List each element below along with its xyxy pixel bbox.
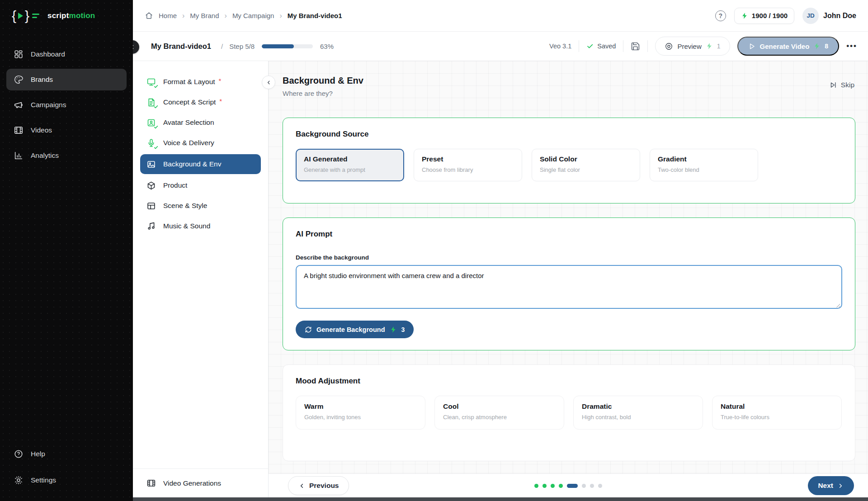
step-item-voice-delivery[interactable]: Voice & Delivery bbox=[140, 134, 261, 152]
background-prompt-input[interactable]: A bright studio environment with camera … bbox=[296, 265, 842, 309]
breadcrumb-my-brand[interactable]: My Brand bbox=[190, 12, 219, 19]
collapse-steps-button[interactable] bbox=[262, 76, 275, 89]
generate-video-label: Generate Video bbox=[760, 43, 810, 50]
option-label: Cool bbox=[443, 402, 556, 411]
check-icon bbox=[154, 145, 158, 150]
breadcrumb: Home › My Brand › My Campaign › My Brand… bbox=[145, 11, 342, 20]
script-lines-icon bbox=[32, 14, 39, 18]
step-dot-current[interactable] bbox=[567, 484, 578, 488]
chevron-right-icon: › bbox=[225, 12, 227, 20]
breadcrumb-home[interactable]: Home bbox=[159, 12, 177, 19]
logo-brace-left: { bbox=[12, 9, 16, 23]
more-options-button[interactable]: ••• bbox=[846, 42, 857, 51]
chevron-right-icon bbox=[837, 482, 844, 489]
check-icon bbox=[586, 43, 594, 50]
previous-label: Previous bbox=[309, 482, 339, 490]
background-source-options: AI Generated Generate with a prompt Pres… bbox=[296, 149, 842, 181]
step-item-scene-style[interactable]: Scene & Style bbox=[140, 197, 261, 215]
sidebar-item-brands[interactable]: Brands bbox=[6, 69, 127, 90]
check-icon bbox=[154, 84, 158, 89]
play-icon bbox=[18, 13, 23, 19]
option-description: True-to-life colours bbox=[721, 414, 833, 421]
breadcrumb-my-campaign[interactable]: My Campaign bbox=[232, 12, 274, 19]
step-item-avatar-selection[interactable]: Avatar Selection bbox=[140, 113, 261, 132]
help-icon[interactable]: ? bbox=[715, 10, 726, 21]
option-cool[interactable]: Cool Clean, crisp atmosphere bbox=[434, 396, 564, 430]
step-label: Scene & Style bbox=[163, 202, 207, 210]
sidebar-item-label: Analytics bbox=[31, 151, 59, 160]
video-generations-link[interactable]: Video Generations bbox=[133, 468, 268, 497]
generate-background-button[interactable]: Generate Background 3 bbox=[296, 321, 414, 338]
generate-video-button[interactable]: Generate Video 8 bbox=[737, 37, 840, 56]
step-dot[interactable] bbox=[551, 484, 555, 488]
skip-button[interactable]: Skip bbox=[829, 81, 854, 89]
step-item-music-sound[interactable]: Music & Sound bbox=[140, 217, 261, 235]
option-label: Gradient bbox=[658, 155, 750, 163]
avatar: JD bbox=[802, 8, 819, 24]
page-title: Background & Env bbox=[283, 76, 363, 86]
user-menu[interactable]: JD John Doe bbox=[802, 8, 856, 24]
option-natural[interactable]: Natural True-to-life colours bbox=[712, 396, 842, 430]
document-icon bbox=[146, 98, 156, 107]
preview-button[interactable]: Preview 1 bbox=[655, 37, 730, 56]
page-title-block: Background & Env Where are they? bbox=[283, 76, 363, 97]
brand-logo[interactable]: { } scriptmotion bbox=[6, 0, 127, 32]
step-item-product[interactable]: Product bbox=[140, 176, 261, 194]
lightning-icon bbox=[706, 43, 713, 50]
sidebar-nav: Dashboard Brands Campaigns Videos bbox=[6, 43, 127, 166]
generate-video-cost: 8 bbox=[825, 43, 828, 50]
model-label: Veo 3.1 bbox=[549, 43, 571, 50]
sidebar-item-analytics[interactable]: Analytics bbox=[6, 145, 127, 166]
sidebar-item-campaigns[interactable]: Campaigns bbox=[6, 94, 127, 116]
option-warm[interactable]: Warm Golden, inviting tones bbox=[296, 396, 425, 430]
progress-fill bbox=[262, 44, 294, 48]
sidebar-item-videos[interactable]: Videos bbox=[6, 119, 127, 141]
step-dot[interactable] bbox=[582, 484, 586, 488]
play-icon bbox=[748, 43, 756, 50]
film-icon bbox=[146, 478, 156, 488]
sidebar-footer-nav: Help Settings bbox=[6, 443, 127, 491]
credits-badge[interactable]: 1900 / 1900 bbox=[734, 8, 794, 24]
skip-forward-icon bbox=[829, 81, 837, 89]
sidebar-item-settings[interactable]: Settings bbox=[6, 469, 127, 491]
sidebar-item-dashboard[interactable]: Dashboard bbox=[6, 43, 127, 65]
step-item-concept-script[interactable]: Concept & Script * bbox=[140, 93, 261, 111]
option-description: Single flat color bbox=[540, 166, 632, 173]
credits-value: 1900 / 1900 bbox=[752, 12, 788, 19]
step-label: Voice & Delivery bbox=[163, 139, 214, 147]
step-dot[interactable] bbox=[534, 484, 538, 488]
option-gradient[interactable]: Gradient Two-color blend bbox=[650, 149, 758, 181]
next-button[interactable]: Next bbox=[808, 476, 854, 495]
video-toolbar: My Brand-video1 / Step 5/8 63% Veo 3.1 S… bbox=[133, 32, 868, 61]
toolbar-actions: Veo 3.1 Saved Preview 1 bbox=[549, 37, 857, 56]
gear-icon bbox=[14, 475, 24, 485]
sidebar-item-help[interactable]: Help bbox=[6, 443, 127, 465]
step-item-format-layout[interactable]: Format & Layout * bbox=[140, 73, 261, 91]
option-description: Choose from library bbox=[422, 166, 514, 173]
save-icon[interactable] bbox=[631, 42, 640, 51]
step-dot[interactable] bbox=[590, 484, 594, 488]
sidebar-item-label: Settings bbox=[31, 476, 56, 484]
skip-label: Skip bbox=[841, 81, 854, 89]
step-item-background-env[interactable]: Background & Env bbox=[140, 154, 261, 174]
music-note-icon bbox=[146, 222, 156, 231]
progress-bar bbox=[262, 44, 313, 48]
option-solid-color[interactable]: Solid Color Single flat color bbox=[532, 149, 640, 181]
film-icon bbox=[14, 125, 24, 135]
step-dot[interactable] bbox=[542, 484, 547, 488]
prompt-textarea-wrap: A bright studio environment with camera … bbox=[296, 265, 842, 311]
step-dot[interactable] bbox=[598, 484, 602, 488]
option-ai-generated[interactable]: AI Generated Generate with a prompt bbox=[296, 149, 404, 181]
video-title: My Brand-video1 bbox=[151, 42, 211, 51]
option-dramatic[interactable]: Dramatic High contrast, bold bbox=[573, 396, 703, 430]
step-dot[interactable] bbox=[559, 484, 563, 488]
option-preset[interactable]: Preset Choose from library bbox=[414, 149, 522, 181]
video-generations-label: Video Generations bbox=[163, 479, 221, 487]
page-header: Background & Env Where are they? Skip bbox=[283, 76, 854, 97]
required-mark: * bbox=[219, 77, 222, 85]
app-root: { } scriptmotion Dashboard Brands bbox=[0, 0, 868, 501]
previous-button[interactable]: Previous bbox=[288, 476, 349, 495]
step-label: Music & Sound bbox=[163, 222, 210, 230]
logo-word-script: script bbox=[47, 11, 69, 20]
wizard-footer-bar: Previous Next bbox=[269, 473, 868, 497]
